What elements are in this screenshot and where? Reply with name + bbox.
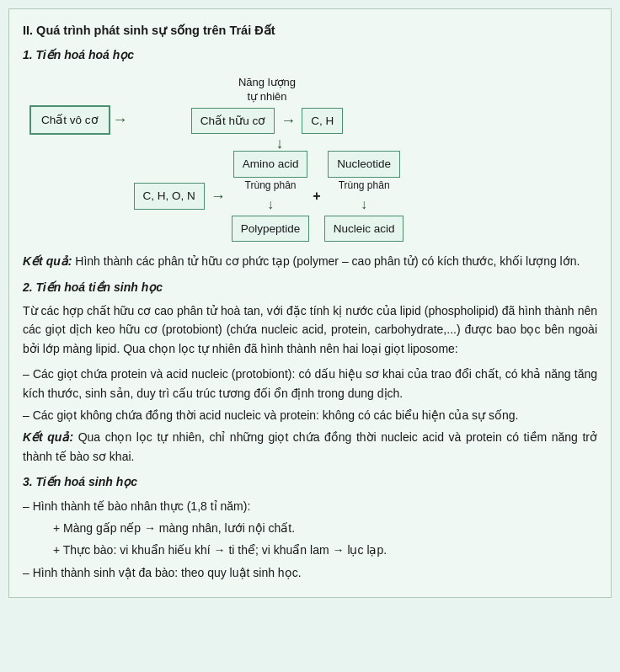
energy-line1: Năng lượng bbox=[238, 75, 296, 90]
diagram-area: Chất vô cơ → Năng lượng tự nhiên Chất hữ… bbox=[23, 72, 597, 243]
plus-sign: + bbox=[309, 185, 323, 207]
arrow-down-1: ↓ bbox=[251, 136, 284, 151]
ket-qua-text-2: Qua chọn lọc tự nhiên, chỉ những giọt ch… bbox=[23, 430, 597, 462]
arrow-1: → bbox=[113, 108, 128, 132]
ket-qua-text-1: Hình thành các phân tử hữu cơ phức tạp (… bbox=[72, 254, 580, 268]
box-nucleotide: Nucleotide bbox=[328, 151, 400, 178]
ket-qua-sub1: Kết quả: Hình thành các phân tử hữu cơ p… bbox=[23, 252, 597, 270]
box-polypeptide: Polypeptide bbox=[232, 216, 310, 243]
box-chat-vo-co: Chất vô cơ bbox=[29, 105, 110, 136]
sub2-dash2: – Các giọt không chứa đồng thời acid nuc… bbox=[23, 406, 597, 424]
sub3-indent2: + Thực bào: vi khuẩn hiếu khí → ti thể; … bbox=[53, 541, 597, 559]
sub3-title: 3. Tiến hoá sinh học bbox=[23, 472, 597, 491]
sub2-para1: Từ các hợp chất hữu cơ cao phân tử hoà t… bbox=[23, 301, 597, 358]
ket-qua-label-1: Kết quả: bbox=[23, 254, 72, 268]
box-nucleic-acid: Nucleic acid bbox=[324, 216, 404, 243]
trung-phan-1-label: Trùng phân ↓ bbox=[245, 178, 297, 216]
energy-line2: tự nhiên bbox=[238, 89, 296, 104]
section-title: II. Quá trình phát sinh sự sống trên Trá… bbox=[23, 21, 597, 40]
trung-phan-2-label: Trùng phân ↓ bbox=[339, 178, 390, 216]
sub2-title: 2. Tiến hoá tiền sinh học bbox=[23, 278, 597, 296]
box-chon: C, H, O, N bbox=[134, 183, 205, 210]
ket-qua-sub2: Kết quả: Qua chọn lọc tự nhiên, chỉ nhữn… bbox=[23, 428, 597, 466]
box-chat-huu-co: Chất hữu cơ bbox=[191, 108, 275, 135]
ket-qua-label-2: Kết quả: bbox=[23, 430, 73, 444]
sub1-title: 1. Tiến hoá hoá học bbox=[23, 45, 597, 64]
page-container: II. Quá trình phát sinh sự sống trên Trá… bbox=[8, 8, 612, 598]
sub3-dash1: – Hình thành tế bào nhân thực (1,8 tỉ nă… bbox=[23, 497, 597, 515]
sub2-dash1: – Các giọt chứa protein và acid nucleic … bbox=[23, 365, 597, 403]
arrow-2: → bbox=[281, 109, 296, 133]
arrow-3: → bbox=[211, 184, 226, 209]
box-ch: C, H bbox=[302, 108, 343, 135]
box-amino-acid: Amino acid bbox=[233, 151, 308, 178]
sub3-indent1: + Màng gấp nếp → màng nhân, lưới nội chấ… bbox=[53, 519, 597, 537]
sub3-dash2: – Hình thành sinh vật đa bào: theo quy l… bbox=[23, 563, 597, 582]
